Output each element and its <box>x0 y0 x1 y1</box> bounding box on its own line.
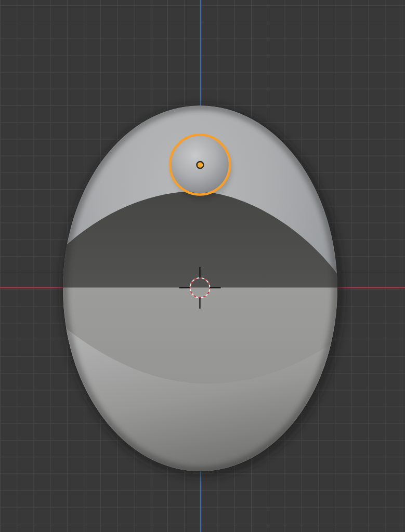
viewport-3d[interactable] <box>0 0 405 532</box>
object-origin-dot <box>197 162 204 168</box>
